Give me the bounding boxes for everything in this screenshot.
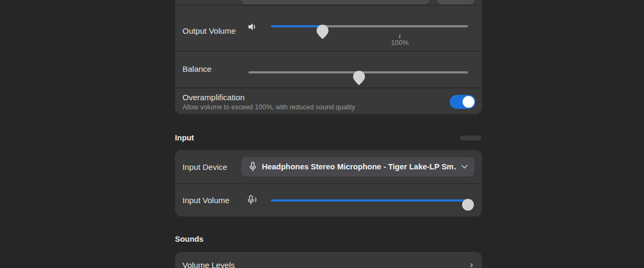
balance-track[interactable] [248, 71, 468, 73]
row-separator [175, 5, 482, 6]
microphone-sensitivity-icon [247, 195, 259, 205]
input-section-header: Input [175, 133, 194, 142]
sound-settings-panel: Output Volume 100% Balance Overampli [175, 0, 482, 268]
input-device-label: Input Device [182, 162, 227, 172]
input-volume-track[interactable] [271, 199, 468, 202]
balance-label: Balance [182, 64, 211, 73]
chevron-down-icon [461, 165, 468, 169]
input-device-dropdown[interactable]: Headphones Stereo Microphone - Tiger Lak… [241, 157, 474, 176]
toggle-knob [463, 96, 474, 108]
output-device-dropdown-partial[interactable] [241, 0, 429, 4]
output-volume-slider[interactable]: 100% [271, 21, 468, 32]
input-volume-slider[interactable] [271, 195, 468, 206]
input-card: Input Device Headphones Stereo Microphon… [175, 150, 482, 217]
row-separator [175, 50, 482, 51]
overamplification-subtitle: Allow volume to exceed 100%, with reduce… [182, 103, 355, 111]
volume-levels-row[interactable] [175, 252, 482, 268]
input-level-meter [460, 136, 481, 140]
row-separator [175, 87, 482, 88]
overamplification-toggle[interactable] [450, 95, 475, 109]
output-volume-handle[interactable] [317, 25, 328, 36]
balance-handle[interactable] [353, 71, 365, 83]
speaker-low-icon [247, 22, 258, 32]
output-volume-track[interactable]: 100% [271, 25, 468, 27]
volume-100-label: 100% [391, 39, 408, 47]
output-volume-label: Output Volume [182, 26, 236, 35]
microphone-icon [249, 162, 257, 172]
overamplification-title: Overamplification [182, 93, 245, 102]
volume-100-tick [399, 35, 400, 38]
row-separator [175, 183, 482, 184]
sounds-section-header: Sounds [175, 235, 203, 243]
input-device-value: Headphones Stereo Microphone - Tiger Lak… [262, 162, 457, 171]
input-volume-handle[interactable] [462, 199, 474, 211]
output-volume-fill [271, 25, 323, 27]
output-test-button-partial[interactable] [437, 0, 474, 4]
input-volume-fill [271, 199, 468, 202]
input-volume-label: Input Volume [182, 196, 230, 205]
balance-slider[interactable] [248, 67, 468, 78]
sounds-card: Volume Levels › [175, 252, 482, 268]
output-card: Output Volume 100% Balance Overampli [175, 0, 482, 114]
